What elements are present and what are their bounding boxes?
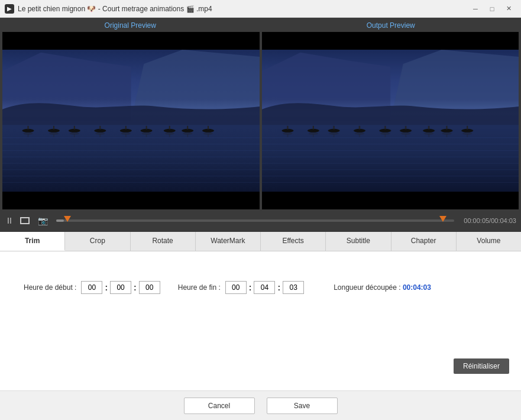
duration-label: Longueur découpée : 00:04:03 (334, 283, 431, 292)
original-preview-label: Original Preview (0, 21, 261, 30)
start-time-group: Heure de début : : : (24, 281, 160, 294)
preview-labels: Original Preview Output Preview (0, 18, 521, 32)
maximize-button[interactable]: □ (484, 3, 500, 15)
file-ext: .mp4 (196, 5, 212, 13)
titlebar: ▶ Le petit chien mignon 🐶 - Court metrag… (0, 0, 521, 18)
window-controls: ─ □ ✕ (468, 3, 516, 15)
start-sec-input[interactable] (139, 281, 160, 294)
tab-chapter[interactable]: Chapter (391, 232, 457, 251)
camera-icon: 📷 (38, 216, 48, 225)
title-sep1: - (98, 5, 102, 13)
start-hour-input[interactable] (81, 281, 102, 294)
output-canvas (262, 32, 519, 209)
tab-watermark[interactable]: WaterMark (196, 232, 261, 251)
app-icon: ▶ (5, 4, 14, 14)
time-fields-row: Heure de début : : : Heure de fin : : : (24, 281, 509, 294)
start-sep2: : (134, 283, 137, 292)
rect-button[interactable] (18, 216, 32, 225)
output-preview-label: Output Preview (261, 21, 522, 30)
title-separator: 🐶 (87, 5, 98, 13)
file-icon: 🎬 (186, 5, 195, 12)
tab-trim[interactable]: Trim (0, 232, 65, 251)
file-name: Court metrage animations (102, 5, 184, 13)
time-display: 00:00:05/00:04:03 (464, 217, 516, 224)
app-name: Le petit chien mignon (18, 5, 85, 13)
tab-subtitle[interactable]: Subtitle (326, 232, 391, 251)
save-button[interactable]: Save (267, 398, 338, 414)
bottom-bar: Cancel Save (0, 390, 521, 420)
end-sep1: : (249, 283, 252, 292)
tab-content: Heure de début : : : Heure de fin : : : (0, 251, 521, 390)
start-sep1: : (105, 283, 108, 292)
tab-rotate[interactable]: Rotate (131, 232, 196, 251)
play-button[interactable]: II (5, 215, 14, 227)
end-time-label: Heure de fin : (178, 283, 221, 292)
end-sec-input[interactable] (283, 281, 304, 294)
tabs-area: Trim Crop Rotate WaterMark Effects Subti… (0, 232, 521, 390)
reset-row: Réinitialiser (12, 358, 509, 379)
close-button[interactable]: ✕ (501, 3, 516, 15)
timeline-progress (56, 219, 64, 222)
controls-bar: II 📷 00:00:05/00:04:03 (0, 209, 521, 232)
rect-icon (20, 217, 30, 224)
end-hour-input[interactable] (225, 281, 247, 294)
end-time-group: Heure de fin : : : (178, 281, 304, 294)
tabs-row: Trim Crop Rotate WaterMark Effects Subti… (0, 232, 521, 251)
marker-left[interactable] (64, 216, 71, 222)
trim-content: Heure de début : : : Heure de fin : : : (12, 263, 509, 379)
timeline-container[interactable] (56, 215, 455, 227)
camera-button[interactable]: 📷 (35, 215, 50, 227)
start-time-label: Heure de début : (24, 283, 76, 292)
tab-volume[interactable]: Volume (457, 232, 521, 251)
end-sep2: : (277, 283, 280, 292)
start-min-input[interactable] (110, 281, 131, 294)
minimize-button[interactable]: ─ (468, 3, 483, 15)
tab-crop[interactable]: Crop (65, 232, 130, 251)
marker-right[interactable] (439, 216, 446, 222)
output-video-panel (262, 32, 519, 209)
cancel-button[interactable]: Cancel (184, 398, 255, 414)
preview-area: Original Preview Output Preview (0, 18, 521, 209)
timeline-track[interactable] (56, 219, 455, 222)
original-canvas (2, 32, 260, 209)
play-icon: II (7, 216, 12, 225)
reset-button[interactable]: Réinitialiser (454, 358, 509, 374)
duration-value: 00:04:03 (403, 283, 431, 292)
tab-effects[interactable]: Effects (261, 232, 326, 251)
videos-row (0, 32, 521, 209)
title-text: Le petit chien mignon 🐶 - Court metrage … (18, 5, 468, 13)
end-min-input[interactable] (254, 281, 275, 294)
original-video-panel (2, 32, 260, 209)
duration-group: Longueur découpée : 00:04:03 (322, 283, 431, 292)
